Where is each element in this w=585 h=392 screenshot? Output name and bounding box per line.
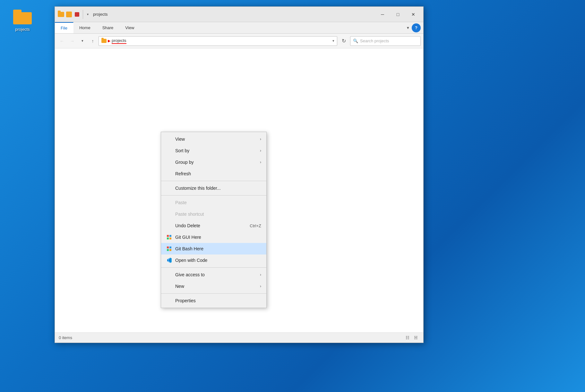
- submenu-arrow-sort-by: ›: [260, 148, 261, 153]
- context-menu-item-give-access[interactable]: Give access to›: [161, 269, 266, 280]
- quick-access-icon: [65, 11, 73, 18]
- shortcut-undo-delete: Ctrl+Z: [250, 223, 261, 228]
- title-divider: [83, 10, 83, 19]
- context-menu-label-paste: Paste: [175, 200, 261, 205]
- context-menu-label-customize: Customize this folder...: [175, 186, 261, 191]
- svg-rect-9: [169, 249, 171, 251]
- svg-rect-5: [169, 238, 171, 239]
- folder-icon-tb: [57, 11, 65, 18]
- submenu-arrow-view: ›: [260, 137, 261, 141]
- close-button[interactable]: ✕: [406, 10, 421, 19]
- context-menu-label-undo-delete: Undo Delete: [175, 223, 246, 228]
- title-bar: ▾ projects ─ □ ✕: [55, 7, 423, 22]
- vscode-icon: [166, 257, 172, 263]
- search-placeholder: Search projects: [360, 38, 389, 43]
- context-menu-label-view: View: [175, 137, 257, 142]
- desktop-icon-label: projects: [15, 27, 30, 32]
- context-menu-item-git-gui[interactable]: Git GUI Here: [161, 231, 266, 243]
- address-bar: ← → ▾ ↑ ▶ projects ▾ ↻ 🔍 Search projects: [55, 34, 423, 48]
- svg-rect-4: [167, 238, 169, 239]
- quick-access-dropdown[interactable]: ▾: [85, 12, 90, 17]
- maximize-button[interactable]: □: [391, 10, 405, 19]
- window-controls: ─ □ ✕: [375, 10, 421, 19]
- back-button[interactable]: ←: [57, 37, 66, 46]
- ribbon-chevron: ▾ ?: [407, 22, 423, 33]
- svg-rect-8: [167, 249, 169, 251]
- tab-file[interactable]: File: [55, 22, 73, 33]
- context-menu-label-open-code: Open with Code: [175, 258, 261, 263]
- chevron-down-icon[interactable]: ▾: [407, 25, 409, 30]
- recent-locations-button[interactable]: ▾: [78, 37, 87, 46]
- context-menu-label-give-access: Give access to: [175, 272, 257, 277]
- tab-home[interactable]: Home: [73, 22, 97, 33]
- separator-sep2: [161, 195, 266, 196]
- explorer-window: ▾ projects ─ □ ✕ File Home Share View ▾ …: [55, 6, 424, 343]
- context-menu: View›Sort by›Group by›RefreshCustomize t…: [161, 132, 267, 308]
- separator-sep4: [161, 293, 266, 294]
- title-bar-icons: ▾: [57, 10, 90, 19]
- item-count: 0 items: [59, 335, 72, 340]
- submenu-arrow-give-access: ›: [260, 272, 261, 277]
- folder-icon: [13, 10, 32, 25]
- context-menu-item-paste: Paste: [161, 197, 266, 208]
- git-icon: [166, 246, 172, 252]
- submenu-arrow-group-by: ›: [260, 160, 261, 164]
- minimize-button[interactable]: ─: [375, 10, 390, 19]
- separator-sep1: [161, 181, 266, 181]
- ribbon-tabs: File Home Share View ▾ ?: [55, 22, 423, 34]
- context-menu-label-git-bash: Git Bash Here: [175, 246, 261, 251]
- context-menu-label-sort-by: Sort by: [175, 148, 257, 153]
- context-menu-item-sort-by[interactable]: Sort by›: [161, 145, 266, 156]
- svg-rect-3: [169, 235, 171, 237]
- context-menu-label-group-by: Group by: [175, 160, 257, 165]
- submenu-arrow-new: ›: [260, 284, 261, 288]
- context-menu-label-paste-shortcut: Paste shortcut: [175, 212, 261, 217]
- tab-view[interactable]: View: [119, 22, 140, 33]
- search-icon: 🔍: [353, 38, 358, 43]
- context-menu-label-new: New: [175, 284, 257, 289]
- path-dropdown-icon[interactable]: ▾: [332, 39, 334, 43]
- context-menu-item-new[interactable]: New›: [161, 280, 266, 292]
- status-bar: 0 items ☷ ☵: [55, 332, 423, 343]
- content-area[interactable]: This folder is empty. View›Sort by›Group…: [55, 48, 423, 332]
- separator-sep3: [161, 267, 266, 268]
- svg-rect-2: [167, 235, 169, 237]
- context-menu-item-open-code[interactable]: Open with Code: [161, 254, 266, 266]
- tab-share[interactable]: Share: [97, 22, 120, 33]
- window-title: projects: [93, 12, 374, 17]
- context-menu-item-view[interactable]: View›: [161, 133, 266, 145]
- context-menu-item-undo-delete[interactable]: Undo DeleteCtrl+Z: [161, 220, 266, 231]
- path-folder-icon: [101, 39, 107, 43]
- refresh-button[interactable]: ↻: [339, 37, 349, 46]
- pin-icon: [73, 11, 81, 18]
- search-box[interactable]: 🔍 Search projects: [350, 36, 421, 46]
- path-name: projects: [112, 38, 126, 44]
- view-icons: ☷ ☵: [404, 334, 419, 341]
- context-menu-item-group-by[interactable]: Group by›: [161, 156, 266, 168]
- path-chevron-icon: ▶: [108, 39, 110, 43]
- forward-button[interactable]: →: [68, 37, 77, 46]
- context-menu-item-refresh[interactable]: Refresh: [161, 168, 266, 179]
- context-menu-item-git-bash[interactable]: Git Bash Here: [161, 243, 266, 254]
- context-menu-item-properties[interactable]: Properties: [161, 295, 266, 306]
- svg-rect-6: [167, 246, 169, 248]
- up-button[interactable]: ↑: [88, 37, 97, 46]
- git-icon: [166, 234, 172, 240]
- context-menu-label-properties: Properties: [175, 298, 261, 303]
- address-path[interactable]: ▶ projects ▾: [99, 36, 337, 46]
- svg-rect-7: [169, 246, 171, 248]
- help-button[interactable]: ?: [412, 23, 421, 32]
- context-menu-item-paste-shortcut: Paste shortcut: [161, 208, 266, 220]
- details-view-button[interactable]: ☷: [404, 334, 411, 341]
- tiles-view-button[interactable]: ☵: [412, 334, 419, 341]
- desktop-projects-icon[interactable]: projects: [10, 10, 35, 32]
- context-menu-item-customize[interactable]: Customize this folder...: [161, 182, 266, 194]
- context-menu-label-git-gui: Git GUI Here: [175, 235, 261, 240]
- svg-marker-11: [170, 258, 172, 263]
- context-menu-label-refresh: Refresh: [175, 171, 261, 176]
